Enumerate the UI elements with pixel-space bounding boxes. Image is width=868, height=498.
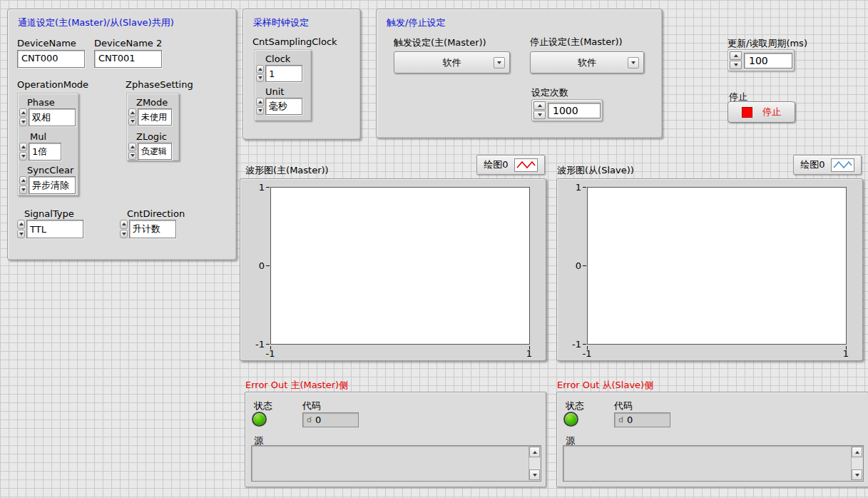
spinner-down-icon[interactable] [120,230,128,239]
decrement-icon[interactable] [730,61,742,69]
numeric-spinner[interactable] [533,101,546,119]
spinner-down-icon[interactable] [128,152,136,161]
cnt-direction-ring[interactable]: 升计数 [120,220,176,238]
set-count-value[interactable]: 1000 [548,103,601,118]
cnt-direction-value[interactable]: 升计数 [129,220,176,238]
phase-ring[interactable]: 双相 [19,108,76,126]
zmode-ring[interactable]: 未使用 [128,108,172,126]
legend-plot-label: 绘图0 [484,158,508,171]
device-name-input[interactable]: CNT000 [17,50,85,68]
update-period-input[interactable]: 100 [727,49,795,71]
zlogic-value[interactable]: 负逻辑 [138,143,172,160]
ring-spinner[interactable] [19,176,27,194]
decrement-icon[interactable] [533,111,546,119]
status-led[interactable] [252,412,267,427]
zlogic-ring[interactable]: 负逻辑 [128,143,172,160]
scroll-up-icon[interactable] [852,447,862,457]
radix-indicator: d [307,415,312,425]
mul-ring[interactable]: 1倍 [19,143,61,161]
y-tick-mark [583,344,586,345]
syncclear-value[interactable]: 异步清除 [29,176,76,194]
clock-value[interactable]: 1 [265,65,302,82]
spinner-up-icon[interactable] [256,98,264,106]
unit-ring[interactable]: 毫秒 [256,98,302,115]
unit-value[interactable]: 毫秒 [265,98,302,115]
spinner-down-icon[interactable] [19,118,27,126]
code-value: 0 [627,415,633,425]
trigger-setting-dropdown[interactable]: 软件 [394,51,510,73]
spinner-up-icon[interactable] [17,220,25,229]
syncclear-label: SyncClear [27,165,73,176]
signal-type-ring[interactable]: TTL [17,220,83,238]
stop-setting-dropdown[interactable]: 软件 [530,51,644,73]
device-name2-input[interactable]: CNT001 [94,50,162,68]
vertical-scrollbar[interactable] [851,447,862,480]
signal-type-value[interactable]: TTL [26,220,83,238]
chevron-down-icon[interactable] [494,57,505,68]
increment-icon[interactable] [730,51,742,60]
legend-plot-label: 绘图0 [800,158,824,171]
scroll-down-icon[interactable] [529,469,540,480]
waveform-master-legend[interactable]: 绘图0 [476,155,545,175]
cnt-direction-label: CntDirection [127,208,185,219]
ring-spinner[interactable] [17,220,25,238]
update-period-value[interactable]: 100 [744,53,792,68]
code-field[interactable]: d 0 [614,412,670,427]
trigger-setting-value: 软件 [443,56,461,69]
clock-ring[interactable]: 1 [256,65,302,82]
spinner-up-icon[interactable] [19,143,27,151]
spinner-down-icon[interactable] [128,118,136,126]
cnt-sampling-clock-label: CntSamplingClock [252,36,337,47]
trigger-panel-title: 触发/停止设定 [387,16,445,29]
spinner-down-icon[interactable] [256,74,264,83]
spinner-up-icon[interactable] [19,176,27,185]
sampling-panel-title: 采样时钟设定 [253,16,309,29]
set-count-label: 设定次数 [531,86,568,99]
spinner-down-icon[interactable] [19,186,27,194]
ring-spinner[interactable] [19,108,27,126]
numeric-spinner[interactable] [730,51,742,69]
ring-spinner[interactable] [256,65,264,82]
spinner-down-icon[interactable] [19,152,27,161]
spinner-up-icon[interactable] [120,220,128,229]
signal-type-label: SignalType [24,208,74,219]
waveform-chart-master[interactable]: 1 0 -1 -1 1 [240,178,546,361]
zmode-value[interactable]: 未使用 [138,108,172,126]
scroll-down-icon[interactable] [852,469,862,480]
spinner-up-icon[interactable] [19,108,27,117]
plot-line-icon[interactable] [514,158,538,172]
ring-spinner[interactable] [128,143,136,160]
spinner-down-icon[interactable] [256,107,264,116]
zphase-setting-label: ZphaseSetting [126,79,193,90]
zmode-label: ZMode [136,97,168,108]
spinner-up-icon[interactable] [128,108,136,117]
spinner-up-icon[interactable] [128,143,136,151]
set-count-input[interactable]: 1000 [531,99,603,121]
syncclear-ring[interactable]: 异步清除 [19,176,76,194]
vertical-scrollbar[interactable] [529,447,540,480]
mul-value[interactable]: 1倍 [29,143,61,161]
code-field[interactable]: d 0 [302,412,359,427]
stop-button[interactable]: 停止 [727,101,795,123]
plot-line-icon[interactable] [831,158,854,172]
stop-setting-label: 停止设定(主(Master)) [530,36,623,49]
ring-spinner[interactable] [19,143,27,161]
waveform-slave-legend[interactable]: 绘图0 [793,155,862,175]
waveform-chart-slave[interactable]: 1 0 -1 -1 1 [556,178,863,361]
ring-spinner[interactable] [120,220,128,238]
spinner-up-icon[interactable] [256,65,264,73]
spinner-down-icon[interactable] [17,230,25,239]
increment-icon[interactable] [533,101,546,110]
source-textarea[interactable] [251,445,541,482]
x-tick-label: -1 [578,348,596,359]
chevron-down-icon[interactable] [628,57,639,68]
source-textarea[interactable] [563,445,864,482]
y-tick-label: 0 [563,260,581,271]
ring-spinner[interactable] [256,98,264,115]
scroll-up-icon[interactable] [529,447,540,457]
ring-spinner[interactable] [128,108,136,126]
status-led[interactable] [563,412,578,427]
y-tick-mark [583,187,586,188]
operation-mode-label: OperationMode [17,79,88,90]
phase-value[interactable]: 双相 [29,108,76,126]
